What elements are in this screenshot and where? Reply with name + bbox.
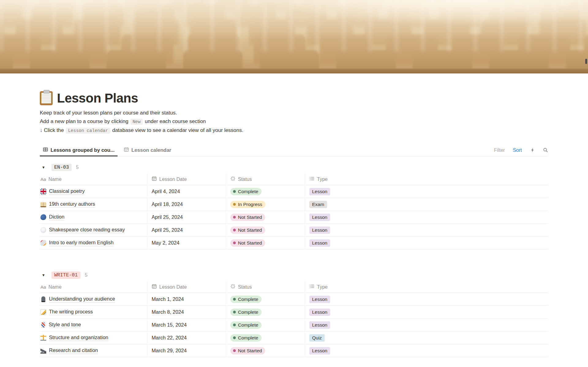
lesson-date-cell[interactable]: April 4, 2024 <box>147 185 226 198</box>
table-row: 19th century authors April 18, 2024 In P… <box>40 198 548 211</box>
status-icon <box>230 284 236 290</box>
column-header-type[interactable]: Type <box>305 281 548 293</box>
lesson-date-cell[interactable]: May 2, 2024 <box>147 237 226 249</box>
status-cell[interactable]: Not Started <box>226 344 305 357</box>
column-label: Type <box>317 177 328 182</box>
status-badge: Complete <box>230 321 262 329</box>
column-label: Status <box>238 284 252 290</box>
status-cell[interactable]: Complete <box>226 331 305 344</box>
status-badge: Not Started <box>230 347 265 354</box>
open-book-emoji <box>40 202 46 207</box>
lesson-name-link[interactable]: 19th century authors <box>49 201 95 208</box>
status-badge: Not Started <box>230 214 265 221</box>
lesson-name-link[interactable]: Intro to early modern English <box>49 240 114 246</box>
table-header-row: Aa Name Lesson Date Status Type <box>40 281 548 293</box>
sort-button[interactable]: Sort <box>513 148 522 153</box>
lesson-date-cell[interactable]: March 15, 2024 <box>147 319 226 331</box>
column-label: Status <box>238 177 252 182</box>
status-cell[interactable]: Not Started <box>226 224 305 236</box>
type-badge: Lesson <box>309 188 330 195</box>
lesson-name-link[interactable]: The writing process <box>49 309 93 315</box>
type-cell[interactable]: Lesson <box>305 306 548 318</box>
table-row: Intro to early modern English May 2, 202… <box>40 237 548 249</box>
cover-image <box>0 0 588 73</box>
lesson-name-link[interactable]: Structure and organization <box>49 335 108 341</box>
status-icon <box>230 176 236 182</box>
microscope-emoji <box>40 348 46 354</box>
clipboard-icon[interactable] <box>40 91 53 105</box>
search-icon[interactable] <box>543 148 548 153</box>
course-group-en-03: ▼ EN-03 5 Aa Name Lesson Date Status <box>40 161 548 249</box>
table-row: Structure and organization March 22, 202… <box>40 331 548 344</box>
lesson-name-link[interactable]: Diction <box>49 214 64 220</box>
type-badge: Lesson <box>309 296 330 303</box>
lesson-date-cell[interactable]: April 25, 2024 <box>147 224 226 236</box>
group-tag[interactable]: WRITE-01 <box>51 272 81 279</box>
tab-lesson-calendar[interactable]: Lesson calendar <box>121 144 174 156</box>
status-badge: In Progress <box>230 201 266 208</box>
group-toggle-icon[interactable]: ▼ <box>40 164 47 171</box>
lesson-date-cell[interactable]: April 18, 2024 <box>147 198 226 211</box>
tab-lessons-grouped-by-cou-[interactable]: Lessons grouped by cou... <box>40 144 118 156</box>
type-cell[interactable]: Lesson <box>305 344 548 357</box>
tab-label: Lessons grouped by cou... <box>51 147 115 153</box>
status-cell[interactable]: In Progress <box>226 198 305 211</box>
type-cell[interactable]: Lesson <box>305 293 548 305</box>
lightning-icon[interactable] <box>530 148 535 153</box>
flag-gb-emoji <box>40 189 46 194</box>
status-badge: Complete <box>230 296 262 303</box>
type-cell[interactable]: Exam <box>305 198 548 211</box>
lesson-name-link[interactable]: Shakespeare close reading essay <box>49 227 125 233</box>
status-badge: Complete <box>230 334 262 342</box>
group-toggle-icon[interactable]: ▼ <box>40 272 47 279</box>
calendar-icon <box>152 284 157 290</box>
status-cell[interactable]: Not Started <box>226 237 305 249</box>
status-cell[interactable]: Complete <box>226 306 305 318</box>
status-cell[interactable]: Complete <box>226 319 305 331</box>
table-row: Research and citation March 29, 2024 Not… <box>40 344 548 357</box>
table-row: Understanding your audience March 1, 202… <box>40 293 548 306</box>
table-row: Shakespeare close reading essay April 25… <box>40 224 548 237</box>
lesson-date-cell[interactable]: April 25, 2024 <box>147 211 226 223</box>
type-cell[interactable]: Quiz <box>305 331 548 344</box>
type-badge: Lesson <box>309 214 330 221</box>
lesson-name-link[interactable]: Classical poetry <box>49 188 85 195</box>
type-badge: Lesson <box>309 227 330 234</box>
type-cell[interactable]: Lesson <box>305 224 548 236</box>
type-cell[interactable]: Lesson <box>305 211 548 223</box>
lesson-name-link[interactable]: Understanding your audience <box>49 296 115 302</box>
column-header-lesson-date[interactable]: Lesson Date <box>147 174 226 185</box>
lesson-date-cell[interactable]: March 1, 2024 <box>147 293 226 305</box>
type-cell[interactable]: Lesson <box>305 237 548 249</box>
microphone-emoji <box>41 296 45 302</box>
lesson-name-link[interactable]: Research and citation <box>49 347 98 354</box>
group-count: 5 <box>85 272 88 278</box>
column-header-type[interactable]: Type <box>305 174 548 185</box>
vertical-scrollbar-thumb[interactable] <box>585 59 587 64</box>
type-badge: Quiz <box>309 334 325 342</box>
calendar-icon <box>152 176 157 182</box>
type-cell[interactable]: Lesson <box>305 319 548 331</box>
lesson-date-cell[interactable]: March 29, 2024 <box>147 344 226 357</box>
rocket-emoji <box>40 240 46 246</box>
lesson-date-cell[interactable]: March 22, 2024 <box>147 331 226 344</box>
column-header-name[interactable]: Aa Name <box>40 281 147 293</box>
column-header-name[interactable]: Aa Name <box>40 174 147 185</box>
status-cell[interactable]: Complete <box>226 185 305 198</box>
lesson-name-link[interactable]: Style and tone <box>49 322 81 328</box>
column-header-status[interactable]: Status <box>226 174 305 185</box>
filter-button[interactable]: Filter <box>494 148 505 153</box>
barber-pole-emoji <box>41 322 45 328</box>
column-header-status[interactable]: Status <box>226 281 305 293</box>
thought-balloon-emoji <box>40 227 46 233</box>
column-header-lesson-date[interactable]: Lesson Date <box>147 281 226 293</box>
lesson-date-cell[interactable]: March 8, 2024 <box>147 306 226 318</box>
status-cell[interactable]: Complete <box>226 293 305 305</box>
status-cell[interactable]: Not Started <box>226 211 305 223</box>
group-tag[interactable]: EN-03 <box>51 164 72 171</box>
description-line-2: Add a new plan to a course by clicking N… <box>40 117 548 126</box>
calendar-icon <box>124 147 129 153</box>
table-row: Diction April 25, 2024 Not Started Lesso… <box>40 211 548 224</box>
new-button-chip: New <box>130 119 143 125</box>
type-cell[interactable]: Lesson <box>305 185 548 198</box>
